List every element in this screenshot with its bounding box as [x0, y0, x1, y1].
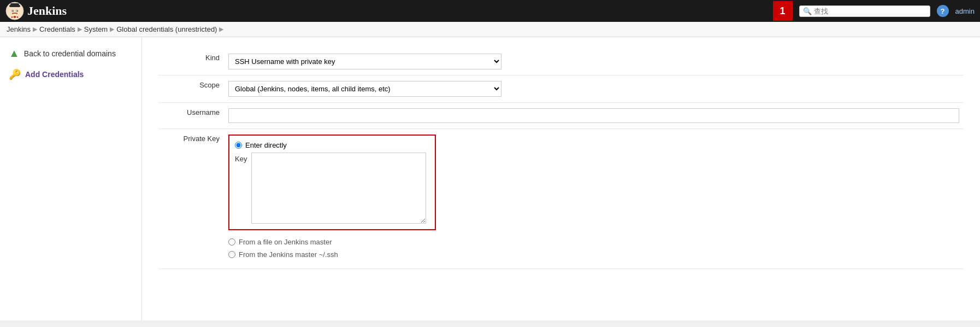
- enter-directly-radio[interactable]: [235, 142, 242, 149]
- form-row-scope: Scope Global (Jenkins, nodes, items, all…: [158, 75, 964, 103]
- private-key-options-box: Enter directly Key: [228, 135, 436, 230]
- from-file-radio[interactable]: [228, 238, 235, 246]
- credentials-form: Kind SSH Username with private key Scope…: [158, 48, 964, 269]
- sidebar-item-add-credentials[interactable]: 🔑 Add Credentials: [0, 64, 141, 85]
- from-ssh-option: From the Jenkins master ~/.ssh: [228, 250, 959, 259]
- help-icon[interactable]: ?: [937, 5, 949, 17]
- key-textarea[interactable]: [251, 153, 426, 224]
- search-box: 🔍: [799, 5, 930, 17]
- app-title: Jenkins: [27, 4, 67, 18]
- navbar-right: 1 🔍 ? admin: [773, 1, 975, 21]
- admin-link[interactable]: admin: [955, 7, 975, 15]
- enter-directly-option: Enter directly: [235, 141, 429, 149]
- form-row-kind: Kind SSH Username with private key: [158, 48, 964, 75]
- private-key-label: Private Key: [158, 129, 224, 269]
- scope-label: Scope: [158, 75, 224, 103]
- key-icon: 🔑: [9, 68, 21, 80]
- navbar: Jenkins 1 🔍 ? admin: [0, 0, 980, 22]
- breadcrumb-credentials[interactable]: Credentials: [39, 25, 75, 33]
- breadcrumb-arrow-4: ▶: [219, 26, 223, 33]
- form-row-private-key: Private Key Enter directly Key: [158, 129, 964, 269]
- from-file-option: From a file on Jenkins master: [228, 238, 959, 246]
- jenkins-logo: Jenkins: [5, 2, 67, 20]
- sidebar-item-back[interactable]: ▲ Back to credential domains: [0, 43, 141, 64]
- breadcrumb-jenkins[interactable]: Jenkins: [7, 25, 31, 33]
- enter-directly-label: Enter directly: [245, 141, 287, 149]
- navbar-left: Jenkins: [5, 2, 67, 20]
- key-label: Key: [235, 153, 247, 163]
- form-area: Kind SSH Username with private key Scope…: [142, 37, 980, 320]
- svg-rect-2: [10, 3, 19, 6]
- svg-point-6: [17, 10, 18, 11]
- breadcrumb-arrow-2: ▶: [78, 26, 82, 33]
- sidebar: ▲ Back to credential domains 🔑 Add Crede…: [0, 37, 142, 320]
- breadcrumb-global[interactable]: Global credentials (unrestricted): [116, 25, 217, 33]
- scope-cell: Global (Jenkins, nodes, items, all child…: [224, 75, 964, 103]
- username-label: Username: [158, 103, 224, 129]
- scope-select[interactable]: Global (Jenkins, nodes, items, all child…: [228, 81, 501, 97]
- key-textarea-row: Key: [235, 153, 429, 224]
- form-row-username: Username: [158, 103, 964, 129]
- svg-point-5: [13, 10, 14, 11]
- kind-cell: SSH Username with private key: [224, 48, 964, 75]
- username-input[interactable]: [228, 108, 959, 123]
- jenkins-avatar-icon: [5, 2, 24, 20]
- back-arrow-icon: ▲: [9, 47, 20, 60]
- username-cell: [224, 103, 964, 129]
- kind-label: Kind: [158, 48, 224, 75]
- other-private-key-options: From a file on Jenkins master From the J…: [228, 238, 959, 259]
- from-ssh-label: From the Jenkins master ~/.ssh: [239, 250, 338, 259]
- back-to-domains-link[interactable]: Back to credential domains: [24, 49, 116, 58]
- kind-select[interactable]: SSH Username with private key: [228, 54, 501, 69]
- from-file-label: From a file on Jenkins master: [239, 238, 332, 246]
- breadcrumb-arrow-1: ▶: [33, 26, 37, 33]
- breadcrumb-system[interactable]: System: [84, 25, 108, 33]
- build-count-badge[interactable]: 1: [773, 1, 793, 21]
- private-key-cell: Enter directly Key From a file on Jenkin…: [224, 129, 964, 269]
- breadcrumb-arrow-3: ▶: [110, 26, 114, 33]
- main-content: ▲ Back to credential domains 🔑 Add Crede…: [0, 37, 980, 320]
- search-input[interactable]: [814, 7, 923, 15]
- add-credentials-link[interactable]: Add Credentials: [25, 70, 84, 79]
- from-ssh-radio[interactable]: [228, 251, 235, 258]
- breadcrumb: Jenkins ▶ Credentials ▶ System ▶ Global …: [0, 22, 980, 37]
- search-icon: 🔍: [803, 7, 812, 15]
